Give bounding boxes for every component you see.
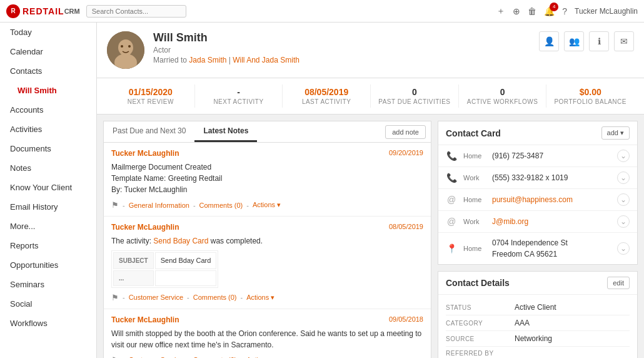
stat-last-activity-value: 08/05/2019 — [288, 87, 365, 97]
logo-icon: R — [6, 4, 20, 18]
tab-past-due[interactable]: Past Due and Next 30 — [104, 121, 194, 142]
entry-value: (555) 332-9182 x 1019 — [492, 173, 611, 182]
details-row: CATEGORY AAA — [446, 315, 630, 331]
content-area: Past Due and Next 30 Latest Notes add no… — [97, 115, 644, 358]
sidebar-item-email-history[interactable]: Email History — [0, 197, 96, 217]
flag-icon: ⚑ — [111, 355, 119, 359]
stat-active-workflows: 0 ACTIVE WORKFLOWS — [459, 84, 547, 108]
details-label: CATEGORY — [446, 320, 515, 327]
note-header: Tucker McLaughlin 09/20/2019 — [111, 149, 423, 158]
sidebar-item-more[interactable]: More... — [0, 217, 96, 236]
sidebar-item-contacts[interactable]: Contacts — [0, 61, 96, 81]
contact-entry-email-work: @ Work J@mib.org ⌄ — [438, 211, 637, 233]
card-header: Contact Card add ▾ — [438, 121, 637, 145]
note-category-link[interactable]: General Information — [129, 202, 189, 209]
note-body: The activity: Send Bday Card was complet… — [111, 235, 423, 288]
details-row: STATUS Active Client — [446, 300, 630, 315]
spouse-link[interactable]: Jada Smith — [189, 56, 226, 64]
email-home-link[interactable]: pursuit@happiness.com — [492, 195, 573, 204]
user-name[interactable]: Tucker McLaughlin — [575, 7, 638, 16]
trash-icon[interactable]: 🗑 — [528, 6, 536, 16]
stat-next-activity: - NEXT ACTIVITY — [195, 84, 283, 108]
search-input[interactable] — [86, 5, 186, 18]
email-icon: @ — [446, 195, 457, 205]
help-icon[interactable]: ? — [562, 6, 567, 16]
notification-icon[interactable]: 🔔 4 — [544, 6, 555, 16]
sidebar-item-notes[interactable]: Notes — [0, 158, 96, 178]
sidebar-item-activities[interactable]: Activities — [0, 120, 96, 139]
note-author[interactable]: Tucker McLaughlin — [111, 149, 179, 158]
envelope-icon-btn[interactable]: ✉ — [614, 31, 634, 51]
table-value: Send Bday Card — [155, 252, 217, 269]
note-item: Tucker McLaughlin 08/05/2019 The activit… — [104, 217, 431, 309]
note-body: Mailmerge Document Created Template Name… — [111, 161, 423, 195]
sidebar-item-seminars[interactable]: Seminars — [0, 275, 96, 294]
tab-latest-notes[interactable]: Latest Notes — [194, 121, 257, 142]
activity-link[interactable]: Send Bday Card — [153, 237, 208, 245]
details-label: REFERRED BY — [446, 350, 515, 357]
stat-next-review: 01/15/2020 NEXT REVIEW — [107, 84, 195, 108]
sidebar-item-calendar[interactable]: Calendar — [0, 42, 96, 61]
details-value: Networking — [515, 334, 552, 343]
stat-last-activity-label: LAST ACTIVITY — [288, 98, 365, 105]
sidebar-item-reports[interactable]: Reports — [0, 236, 96, 255]
note-header: Tucker McLaughlin 08/05/2019 — [111, 223, 423, 232]
expand-icon[interactable]: ⌄ — [617, 215, 630, 228]
entry-value: pursuit@happiness.com — [492, 195, 611, 204]
sidebar-item-opportunities[interactable]: Opportunities — [0, 255, 96, 275]
note-actions-link[interactable]: Actions ▾ — [246, 356, 274, 359]
expand-icon[interactable]: ⌄ — [617, 242, 630, 255]
svg-point-4 — [128, 45, 131, 48]
contact-married: Married to Jada Smith | Will And Jada Sm… — [153, 56, 299, 64]
table-label: SUBJECT — [113, 252, 154, 269]
info-icon-btn[interactable]: ℹ — [589, 31, 609, 51]
entry-type: Home — [463, 245, 486, 252]
expand-icon[interactable]: ⌄ — [617, 171, 630, 184]
note-category-link[interactable]: Customer Service — [129, 294, 183, 301]
contact-details-edit-button[interactable]: edit — [607, 277, 630, 289]
note-footer: ⚑ - General Information - Comments (0) -… — [111, 200, 423, 210]
note-actions-link[interactable]: Actions ▾ — [253, 201, 281, 209]
details-row: SOURCE Networking — [446, 331, 630, 347]
stat-next-review-value: 01/15/2020 — [112, 87, 189, 97]
details-value: AAA — [515, 319, 530, 327]
add-icon[interactable]: ＋ — [496, 6, 505, 17]
sidebar-item-workflows[interactable]: Workflows — [0, 314, 96, 333]
note-actions-link[interactable]: Actions ▾ — [246, 294, 274, 302]
family-link[interactable]: Will And Jada Smith — [233, 56, 299, 64]
email-work-link[interactable]: J@mib.org — [492, 217, 528, 226]
expand-icon[interactable]: ⌄ — [617, 193, 630, 206]
sidebar-item-accounts[interactable]: Accounts — [0, 100, 96, 120]
entry-value: (916) 725-3487 — [492, 151, 611, 160]
note-author[interactable]: Tucker McLaughlin — [111, 223, 179, 232]
note-comments-link[interactable]: Comments (0) — [199, 202, 243, 209]
details-table: STATUS Active Client CATEGORY AAA SOURCE… — [438, 295, 637, 358]
note-footer: ⚑ - Customer Service - Comments (0) - Ac… — [111, 293, 423, 302]
stat-portfolio-balance-label: PORTFOLIO BALANCE — [551, 98, 629, 105]
contact-info: Will Smith Actor Married to Jada Smith |… — [153, 31, 299, 64]
sidebar-item-documents[interactable]: Documents — [0, 139, 96, 158]
card-title: Contact Details — [446, 278, 510, 288]
sidebar-item-today[interactable]: Today — [0, 23, 96, 42]
note-comments-link[interactable]: Comments (0) — [193, 294, 237, 301]
family-card-icon-btn[interactable]: 👥 — [564, 31, 584, 51]
header-icons: ＋ ⊕ 🗑 🔔 4 ? Tucker McLaughlin — [496, 6, 638, 17]
stat-next-activity-value: - — [200, 87, 278, 97]
contact-role: Actor — [153, 46, 299, 54]
svg-point-1 — [118, 39, 133, 56]
stat-portfolio-balance: $0.00 PORTFOLIO BALANCE — [546, 84, 634, 108]
note-author[interactable]: Tucker McLaughlin — [111, 315, 179, 324]
entry-type: Home — [463, 152, 486, 160]
add-note-button[interactable]: add note — [385, 125, 426, 139]
contact-card-add-button[interactable]: add ▾ — [601, 126, 630, 140]
share-icon[interactable]: ⊕ — [513, 6, 520, 16]
contact-card-icon-btn[interactable]: 👤 — [539, 31, 559, 51]
sidebar-item-social[interactable]: Social — [0, 294, 96, 314]
left-panel: Past Due and Next 30 Latest Notes add no… — [103, 121, 431, 358]
expand-icon[interactable]: ⌄ — [617, 150, 630, 162]
note-footer: ⚑ - Customer Service - Comments (0) - Ac… — [111, 355, 423, 359]
details-row: REFERRED BY — [446, 347, 630, 358]
flag-icon: ⚑ — [111, 200, 119, 210]
sidebar-item-will-smith[interactable]: Will Smith — [0, 81, 96, 100]
sidebar-item-know-your-client[interactable]: Know Your Client — [0, 178, 96, 197]
